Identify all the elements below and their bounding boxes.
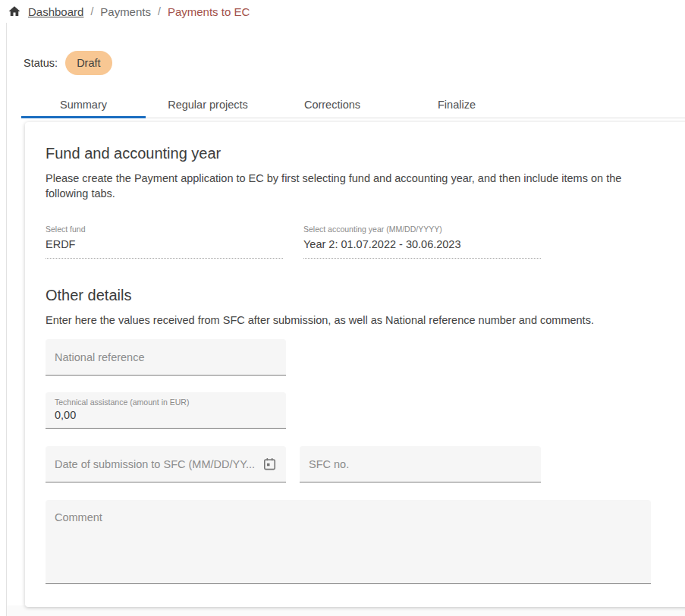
date-submission-input[interactable]	[46, 446, 260, 482]
select-accounting-year[interactable]: Select accounting year (MM/DD/YYYY) Year…	[303, 225, 541, 259]
status-row: Status: Draft	[7, 23, 685, 75]
select-accounting-year-label: Select accounting year (MM/DD/YYYY)	[303, 225, 541, 234]
fund-section-description: Please create the Payment application to…	[46, 171, 645, 201]
breadcrumb-payments-to-ec: Payments to EC	[168, 5, 250, 18]
other-section-title: Other details	[46, 287, 660, 304]
technical-assistance-label: Technical assistance (amount in EUR)	[55, 398, 277, 407]
tab-finalize[interactable]: Finalize	[394, 95, 519, 118]
select-fund-value: ERDF	[46, 238, 283, 251]
breadcrumb-separator: /	[158, 5, 161, 17]
technical-assistance-field-wrap: Technical assistance (amount in EUR)	[46, 392, 286, 429]
calendar-icon[interactable]	[260, 455, 278, 473]
summary-card: Fund and accounting year Please create t…	[25, 122, 685, 607]
technical-assistance-input[interactable]	[55, 409, 277, 421]
main-pane: Status: Draft Summary Regular projects C…	[6, 23, 685, 616]
breadcrumb-separator: /	[90, 5, 93, 17]
status-badge: Draft	[65, 51, 112, 75]
fund-section-title: Fund and accounting year	[46, 145, 660, 162]
tab-regular-projects[interactable]: Regular projects	[146, 95, 270, 118]
tab-bar: Summary Regular projects Corrections Fin…	[21, 95, 685, 118]
select-fund[interactable]: Select fund ERDF	[46, 225, 283, 259]
select-accounting-year-value: Year 2: 01.07.2022 - 30.06.2023	[303, 238, 541, 251]
date-submission-field-wrap	[46, 446, 286, 482]
page-bottom-strip	[7, 605, 685, 616]
tab-corrections[interactable]: Corrections	[270, 95, 394, 118]
status-label: Status:	[24, 57, 58, 69]
sfc-no-field-wrap	[300, 446, 541, 482]
sfc-no-input[interactable]	[300, 446, 541, 482]
comment-field-wrap	[46, 500, 651, 584]
fund-select-row: Select fund ERDF Select accounting year …	[46, 225, 660, 259]
national-reference-input[interactable]	[46, 339, 286, 375]
date-sfc-row	[46, 446, 660, 482]
select-fund-label: Select fund	[46, 225, 283, 234]
comment-textarea[interactable]	[46, 500, 651, 583]
breadcrumb-payments[interactable]: Payments	[100, 5, 151, 18]
national-reference-field-wrap	[46, 339, 286, 376]
breadcrumb-dashboard[interactable]: Dashboard	[28, 5, 83, 18]
tab-summary[interactable]: Summary	[21, 95, 146, 118]
home-icon[interactable]	[8, 5, 21, 18]
breadcrumb: Dashboard / Payments / Payments to EC	[0, 0, 685, 23]
other-section-description: Enter here the values received from SFC …	[46, 313, 645, 328]
